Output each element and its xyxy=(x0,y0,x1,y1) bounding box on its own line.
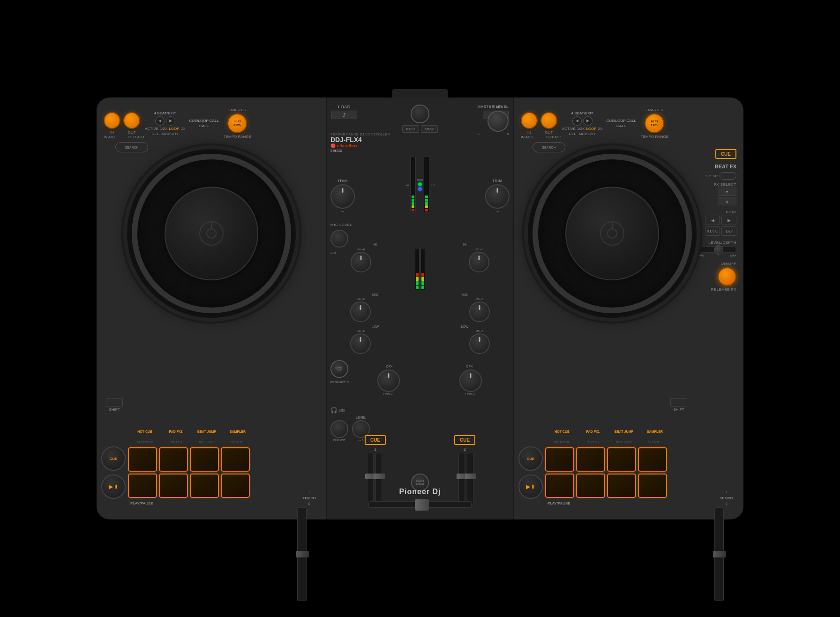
right-out-button[interactable] xyxy=(540,112,557,129)
right-beat-next-button[interactable]: ▶ xyxy=(721,216,736,225)
right-pad-8[interactable] xyxy=(638,474,667,498)
center-midi-led xyxy=(418,182,422,186)
right-in-button[interactable] xyxy=(521,112,538,129)
right-channel-switch[interactable] xyxy=(720,172,736,180)
center-crossfader[interactable] xyxy=(368,501,472,508)
right-prev-button[interactable]: ◀ xyxy=(572,116,582,126)
center-ch1-fader[interactable] xyxy=(367,453,374,504)
left-pad-7[interactable] xyxy=(190,474,219,498)
left-in-button[interactable] xyxy=(104,112,120,129)
center-ch1b-fader[interactable] xyxy=(375,453,382,504)
center-cfx-left-knob[interactable] xyxy=(377,369,400,392)
center-hi-left-db: -26 +6 xyxy=(357,248,365,251)
center-channel-vu-1 xyxy=(415,248,420,290)
right-pad-3[interactable] xyxy=(607,447,636,472)
left-pad-2[interactable] xyxy=(159,447,188,472)
center-mic-level-knob[interactable] xyxy=(330,230,348,248)
center-section: LOAD ⤴ BACK VIEW LOAD xyxy=(326,98,514,519)
right-level-depth-slider[interactable] xyxy=(699,246,736,253)
center-view-button[interactable]: VIEW xyxy=(421,125,438,133)
right-fx-down-button[interactable]: ▲ xyxy=(718,197,736,205)
center-low-right-knob[interactable] xyxy=(469,333,490,354)
right-keyshift-label: KEY SHIFT xyxy=(648,440,662,443)
right-cue-orange-button[interactable]: CUE xyxy=(715,149,736,159)
right-pad-5[interactable] xyxy=(545,474,574,498)
center-crossfader-handle[interactable] xyxy=(415,499,429,511)
center-cfx-right-knob[interactable] xyxy=(459,369,482,392)
right-next-button[interactable]: ▶ xyxy=(583,116,592,126)
right-auto-button[interactable]: AUTO xyxy=(705,226,720,236)
right-play-pause-button[interactable]: ▶⏸ xyxy=(518,474,543,499)
center-type-label: PERFORMANCE DJ CONTROLLER xyxy=(330,133,510,136)
center-hi-left-knob[interactable] xyxy=(351,252,371,272)
left-prev-button[interactable]: ◀ xyxy=(155,116,165,126)
left-out-label: OUT xyxy=(128,130,136,135)
center-back-button[interactable]: BACK xyxy=(402,125,419,133)
right-pad-6[interactable] xyxy=(576,474,605,498)
left-playpause-label: PLAY/PAUSE xyxy=(130,501,153,505)
left-beat-sync-button[interactable]: BEATSYNC xyxy=(227,113,247,133)
center-cfx-left-range: LOW HI xyxy=(383,393,393,396)
right-pad-7[interactable] xyxy=(607,474,636,498)
left-pad-4[interactable] xyxy=(221,447,250,472)
right-jog-logo xyxy=(598,219,626,248)
center-cfx-right-range: LOW HI xyxy=(465,393,475,396)
right-pad-1[interactable] xyxy=(545,447,574,472)
right-del-label: DEL xyxy=(569,132,576,136)
left-cue-button[interactable]: CUE xyxy=(101,446,126,471)
right-cue-button[interactable]: CUE xyxy=(518,446,543,471)
right-jog-wheel[interactable] xyxy=(528,149,697,318)
center-vu-right xyxy=(424,157,429,213)
right-beat-sync-button[interactable]: BEATSYNC xyxy=(645,113,664,133)
center-load-left-button[interactable]: ⤴ xyxy=(331,111,357,119)
right-fx-up-button[interactable]: ▼ xyxy=(718,188,736,196)
center-trim-left-knob[interactable] xyxy=(330,184,355,209)
right-level-depth-handle xyxy=(714,245,723,255)
left-out-button[interactable] xyxy=(123,112,140,129)
right-play-icon: ▶⏸ xyxy=(526,483,536,490)
left-shift-button[interactable]: SHIFT xyxy=(106,398,123,412)
right-tempo-fader[interactable] xyxy=(714,507,724,601)
right-max-label: MAX xyxy=(730,254,736,257)
right-beat-prev-icon: ◀ xyxy=(711,218,714,223)
center-encoder-knob[interactable] xyxy=(411,105,429,123)
right-tempo-zero: 0 xyxy=(726,502,728,505)
left-pad-6[interactable] xyxy=(159,474,188,498)
center-cue-ch1-button[interactable]: CUE xyxy=(365,435,386,445)
right-tap-button[interactable]: TAP xyxy=(721,226,736,236)
right-pad-2[interactable] xyxy=(576,447,605,472)
center-model-label: DDJ-FLX4 xyxy=(330,136,510,143)
left-tempo-minus: − xyxy=(308,484,310,488)
right-in-label: IN xyxy=(527,130,531,135)
right-shift-button[interactable]: SHIFT xyxy=(670,398,687,412)
center-smart-cfx-button[interactable]: SMARTCFX xyxy=(330,360,348,378)
left-pad-1[interactable] xyxy=(128,447,157,472)
center-ch2-fader[interactable] xyxy=(458,453,465,504)
center-mid-left-knob[interactable] xyxy=(350,301,371,322)
center-trim-right-knob[interactable] xyxy=(485,184,510,209)
right-pad-4[interactable] xyxy=(638,447,667,472)
left-play-pause-button[interactable]: ▶⏸ xyxy=(101,474,126,499)
center-mid-right-knob[interactable] xyxy=(469,301,490,322)
right-beat-next-icon: ▶ xyxy=(728,218,731,223)
left-shift-label: SHIFT xyxy=(106,407,123,412)
center-master-level-knob[interactable] xyxy=(488,111,509,132)
right-beat-prev-button[interactable]: ◀ xyxy=(705,216,720,225)
center-cue-ch2-button[interactable]: CUE xyxy=(454,435,475,445)
left-pad-5[interactable] xyxy=(128,474,157,498)
center-mid-left-label: MID xyxy=(372,293,378,296)
right-on-off-button[interactable] xyxy=(718,267,736,286)
left-pad-3[interactable] xyxy=(190,447,219,472)
center-ch2b-fader[interactable] xyxy=(467,453,473,504)
left-next-button[interactable]: ▶ xyxy=(166,116,175,126)
left-jog-wheel[interactable] xyxy=(127,149,296,318)
right-tap-label: TAP xyxy=(725,229,733,233)
left-tempo-fader[interactable] xyxy=(297,507,307,601)
left-pad-8[interactable] xyxy=(221,474,250,498)
left-padfx1-label: PAD FX1 xyxy=(169,430,182,433)
right-fx-up-icon: ▼ xyxy=(725,190,729,194)
center-low-left-knob[interactable] xyxy=(350,333,371,354)
right-tempo-range-label: TEMPO RANGE xyxy=(641,135,668,139)
center-low-left-db: -26 +6 xyxy=(357,330,365,332)
center-hi-right-knob[interactable] xyxy=(469,252,489,272)
